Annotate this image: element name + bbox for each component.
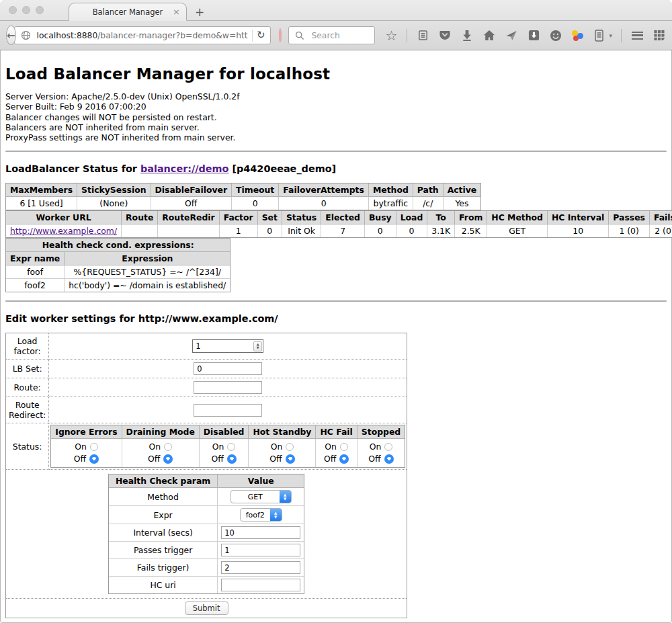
method-label: Method xyxy=(109,488,218,506)
cell-from: 2.5K xyxy=(455,224,487,237)
load-factor-input[interactable] xyxy=(193,341,253,351)
content-blocked-icon[interactable] xyxy=(279,28,282,42)
col-hot-standby: Hot Standby xyxy=(249,425,316,439)
reading-list-icon[interactable] xyxy=(416,29,429,42)
download-icon[interactable] xyxy=(460,29,474,42)
ignore-errors-off-radio[interactable] xyxy=(89,454,99,464)
load-factor-stepper xyxy=(192,339,263,353)
interval-input[interactable] xyxy=(221,526,300,539)
col-draining-mode: Draining Mode xyxy=(122,425,200,439)
window-minimize-button[interactable] xyxy=(22,6,30,14)
hc-fail-off-radio[interactable] xyxy=(339,454,349,464)
tab-title: Balancer Manager xyxy=(93,7,163,17)
col-active: Active xyxy=(444,183,481,197)
cell-elected: 7 xyxy=(321,224,365,237)
stopped-on-radio[interactable] xyxy=(384,443,392,451)
hot-standby-on-radio[interactable] xyxy=(286,443,294,451)
hc-row-hc-uri: HC uri xyxy=(109,577,304,593)
lb-set-input[interactable] xyxy=(194,362,262,375)
hc-row-fails: Fails trigger) xyxy=(109,559,304,577)
tab-close-icon[interactable]: × xyxy=(173,7,180,16)
fails-label: Fails trigger) xyxy=(109,559,218,577)
col-stickysession: StickySession xyxy=(77,183,151,197)
status-cell-disabled: On Off xyxy=(200,439,249,467)
lb-set-label: LB Set: xyxy=(6,360,49,378)
edit-worker-form: Load factor: LB Set: Route: Route Redire… xyxy=(5,333,407,618)
route-input[interactable] xyxy=(194,381,262,394)
cell-failoverattempts: 0 xyxy=(279,197,369,210)
table-row: http://www.example.com/ 1 0 Init Ok 7 0 … xyxy=(6,224,672,237)
reload-icon[interactable]: ↻ xyxy=(257,30,265,40)
passes-input[interactable] xyxy=(221,544,300,556)
status-radio-row: On Off On Off On Off xyxy=(51,439,405,467)
col-hc-method: HC Method xyxy=(487,211,548,224)
disabled-on-radio[interactable] xyxy=(227,443,235,451)
col-hc-fail: HC Fail xyxy=(316,425,357,439)
inherit-note: Balancers are NOT inherited from main se… xyxy=(5,122,667,132)
spinner-icon[interactable] xyxy=(253,341,262,351)
route-redirect-input[interactable] xyxy=(194,404,262,417)
cell-active: Yes xyxy=(444,197,481,210)
home-icon[interactable] xyxy=(482,29,496,42)
search-bar[interactable] xyxy=(288,26,375,44)
window-controls xyxy=(9,6,44,14)
worker-url-link[interactable]: http://www.example.com/ xyxy=(10,226,117,236)
route-label: Route: xyxy=(6,378,49,397)
new-tab-button[interactable]: + xyxy=(195,7,204,18)
url-bar[interactable]: localhost:8880/balancer-manager?b=demo&w… xyxy=(14,26,271,44)
form-row-health-check: Health Check param Value Method GET Expr xyxy=(6,470,407,599)
col-ignore-errors: Ignore Errors xyxy=(51,425,122,439)
col-worker-url: Worker URL xyxy=(6,211,122,224)
expr-select[interactable]: foof2 xyxy=(240,508,282,522)
cell-maxmembers: 6 [1 Used] xyxy=(6,197,77,210)
table-row: foof2 hc('body') =~ /domain is establish… xyxy=(6,279,230,292)
disabled-off-radio[interactable] xyxy=(227,454,237,464)
back-button[interactable]: ← xyxy=(6,26,16,45)
balancer-link[interactable]: balancer://demo xyxy=(140,163,229,174)
hc-row-passes: Passes trigger xyxy=(109,542,304,559)
draining-mode-off-radio[interactable] xyxy=(163,454,173,464)
window-close-button[interactable] xyxy=(9,6,17,14)
col-from: From xyxy=(455,211,487,224)
col-method: Method xyxy=(369,183,413,197)
cell-expr-name: foof xyxy=(6,265,65,279)
tab-balancer-manager[interactable]: Balancer Manager × xyxy=(69,3,187,21)
cell-routeredir xyxy=(158,224,219,237)
col-maxmembers: MaxMembers xyxy=(6,183,77,197)
hc-uri-input[interactable] xyxy=(221,579,300,591)
on-label: On xyxy=(212,441,224,453)
overflow-caret-icon[interactable]: ▾ xyxy=(609,32,612,39)
panel-download-icon[interactable] xyxy=(527,29,540,42)
cell-route xyxy=(122,224,158,237)
on-label: On xyxy=(149,441,161,453)
col-timeout: Timeout xyxy=(232,183,279,197)
ignore-errors-on-radio[interactable] xyxy=(90,443,98,451)
status-heading-suffix: [p4420eeae_demo] xyxy=(228,163,336,174)
back-icon: ← xyxy=(7,30,15,42)
cell-set: 0 xyxy=(258,224,282,237)
notes-icon[interactable] xyxy=(592,29,605,42)
proxypass-note: ProxyPass settings are NOT inherited fro… xyxy=(5,132,667,142)
bookmark-star-icon[interactable]: ☆ xyxy=(384,29,398,42)
method-select[interactable]: GET xyxy=(230,490,292,503)
navigation-toolbar: ← localhost:8880/balancer-manager?b=demo… xyxy=(0,21,672,50)
apps-icon[interactable] xyxy=(653,29,666,42)
fails-input[interactable] xyxy=(221,561,300,574)
hc-fail-on-radio[interactable] xyxy=(340,443,348,451)
menu-icon[interactable] xyxy=(630,29,644,42)
colors-icon[interactable] xyxy=(571,30,583,42)
window-zoom-button[interactable] xyxy=(36,6,44,14)
stopped-off-radio[interactable] xyxy=(384,454,394,464)
share-icon[interactable] xyxy=(505,29,518,42)
pocket-icon[interactable] xyxy=(438,29,452,42)
feedback-icon[interactable] xyxy=(549,29,562,42)
expr-table-title: Health check cond. expressions: xyxy=(6,239,230,252)
submit-button[interactable]: Submit xyxy=(185,601,228,615)
status-cell-draining-mode: On Off xyxy=(122,439,200,467)
col-hc-interval: HC Interval xyxy=(548,211,609,224)
url-path: /balancer-manager?b=demo&w=http://www.ex… xyxy=(97,31,248,40)
hot-standby-off-radio[interactable] xyxy=(286,454,295,464)
search-input[interactable] xyxy=(310,30,370,41)
on-label: On xyxy=(325,441,337,453)
draining-mode-on-radio[interactable] xyxy=(164,443,172,451)
